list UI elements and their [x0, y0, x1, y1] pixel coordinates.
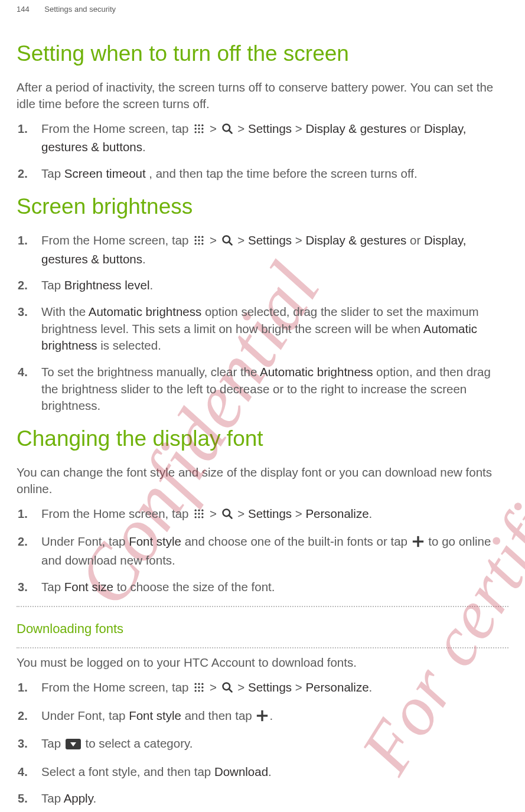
svg-point-19 [201, 243, 203, 244]
section-title: Settings and security [44, 5, 116, 14]
text: To set the brightness manually, clear th… [41, 365, 260, 379]
page-content: Setting when to turn off the screen Afte… [0, 0, 525, 807]
text: Tap [41, 167, 64, 180]
text: is selected. [100, 338, 161, 352]
step: Tap Brightness level. [17, 277, 508, 294]
heading-changing-font: Changing the display font [17, 425, 508, 452]
text: to choose the size of the font. [117, 580, 275, 593]
svg-point-17 [195, 243, 197, 244]
apps-grid-icon [193, 681, 205, 698]
text: With the [41, 305, 89, 318]
step: From the Home screen, tap > > Settings [17, 232, 508, 268]
step: Select a font style, and then tap Downlo… [17, 764, 508, 781]
svg-point-39 [198, 686, 200, 688]
intro-downloading-fonts: You must be logged on to your HTC Accoun… [17, 654, 508, 671]
svg-point-35 [195, 683, 197, 685]
period: . [369, 680, 373, 694]
label-apply: Apply [64, 791, 93, 805]
label-automatic-brightness: Automatic brightness [89, 305, 201, 318]
label-display-gestures: Display & gestures [305, 233, 406, 247]
svg-point-43 [201, 690, 203, 692]
step: Tap Font size to choose the size of the … [17, 579, 508, 596]
apps-grid-icon [193, 234, 205, 251]
steps-downloading-fonts: From the Home screen, tap > > Settings [17, 679, 508, 807]
period: . [142, 252, 146, 266]
svg-point-37 [201, 683, 203, 685]
period: . [149, 278, 153, 292]
gt: > [210, 680, 220, 694]
svg-point-30 [201, 516, 203, 518]
svg-point-16 [201, 239, 203, 241]
label-automatic-brightness: Automatic brightness [260, 365, 373, 379]
svg-point-6 [195, 131, 197, 133]
svg-point-12 [198, 236, 200, 237]
svg-line-32 [229, 515, 231, 518]
plus-icon [256, 709, 268, 726]
search-icon [221, 681, 233, 698]
step: Under Font, tap Font style and then tap … [17, 707, 508, 726]
intro-changing-font: You can change the font style and size o… [17, 464, 508, 497]
svg-point-2 [201, 124, 203, 126]
gt: > [237, 122, 248, 135]
svg-point-23 [198, 509, 200, 511]
svg-line-10 [229, 130, 231, 133]
label-personalize: Personalize [305, 680, 369, 694]
plus-icon [412, 535, 424, 552]
text: or [410, 233, 424, 247]
svg-point-7 [198, 131, 200, 133]
svg-point-26 [198, 513, 200, 514]
svg-point-14 [195, 239, 197, 241]
svg-point-24 [201, 509, 203, 511]
search-icon [221, 122, 233, 139]
svg-point-8 [201, 131, 203, 133]
svg-line-21 [229, 242, 231, 244]
text: Under Font, tap [41, 709, 129, 722]
label-font-size: Font size [64, 580, 113, 593]
text: and then tap [185, 709, 256, 722]
label-settings: Settings [248, 233, 292, 247]
apps-grid-icon [193, 507, 205, 524]
gt: > [295, 680, 306, 694]
label-settings: Settings [248, 507, 292, 520]
text: From the Home screen, tap [41, 233, 192, 247]
label-download: Download [214, 765, 268, 778]
divider [17, 647, 508, 648]
step: From the Home screen, tap > > Settings [17, 679, 508, 698]
label-display-gestures: Display & gestures [305, 122, 406, 135]
label-screen-timeout: Screen timeout [64, 167, 146, 180]
apps-grid-icon [193, 122, 205, 139]
search-icon [221, 507, 233, 524]
intro-screen-timeout: After a period of inactivity, the screen… [17, 79, 508, 112]
gt: > [210, 122, 220, 135]
svg-point-4 [198, 128, 200, 129]
steps-screen-brightness: From the Home screen, tap > > Settings [17, 232, 508, 415]
label-brightness-level: Brightness level [64, 278, 150, 292]
period: . [369, 507, 373, 520]
running-header: 144 Settings and security [17, 5, 508, 14]
step: Tap Apply. [17, 790, 508, 807]
gt: > [210, 233, 220, 247]
dropdown-icon [66, 737, 81, 754]
text: From the Home screen, tap [41, 122, 192, 135]
svg-line-45 [229, 689, 231, 692]
text: Under Font, tap [41, 534, 129, 548]
step: Under Font, tap Font style and choose on… [17, 533, 508, 569]
label-personalize: Personalize [305, 507, 369, 520]
svg-point-25 [195, 513, 197, 514]
label-font-style: Font style [129, 709, 181, 722]
period: . [93, 791, 96, 805]
text: Tap [41, 278, 64, 292]
heading-screen-timeout: Setting when to turn off the screen [17, 40, 508, 67]
label-settings: Settings [248, 122, 292, 135]
heading-screen-brightness: Screen brightness [17, 193, 508, 220]
text: From the Home screen, tap [41, 680, 192, 694]
label-font-style: Font style [129, 534, 181, 548]
steps-screen-timeout: From the Home screen, tap > > Settings [17, 120, 508, 182]
divider [17, 606, 508, 607]
gt: > [295, 122, 306, 135]
gt: > [295, 233, 306, 247]
svg-point-13 [201, 236, 203, 237]
gt: > [237, 233, 248, 247]
step: To set the brightness manually, clear th… [17, 364, 508, 415]
step: Tap to select a category. [17, 735, 508, 754]
